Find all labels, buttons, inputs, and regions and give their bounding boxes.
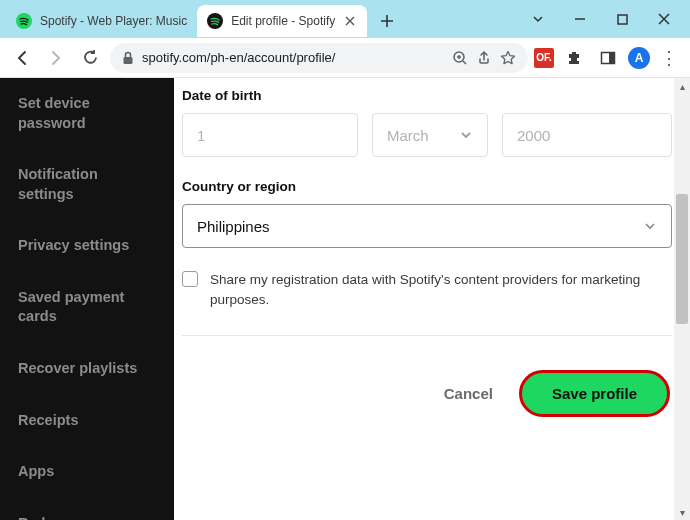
profile-form: Date of birth 1 March 2000 Country or re… bbox=[174, 78, 690, 520]
dob-day-input[interactable]: 1 bbox=[182, 113, 358, 157]
share-data-checkbox[interactable] bbox=[182, 271, 198, 287]
chevron-down-icon[interactable] bbox=[526, 13, 550, 25]
new-tab-button[interactable] bbox=[373, 7, 401, 35]
sidebar-item-privacy-settings[interactable]: Privacy settings bbox=[0, 220, 174, 272]
window-controls bbox=[512, 0, 690, 38]
lock-icon bbox=[122, 51, 134, 65]
account-sidebar: Set device password Notification setting… bbox=[0, 78, 174, 520]
dob-day-placeholder: 1 bbox=[197, 127, 205, 144]
sidebar-item-saved-payment-cards[interactable]: Saved payment cards bbox=[0, 272, 174, 343]
menu-button[interactable]: ⋮ bbox=[656, 47, 682, 69]
tab-spotify-player[interactable]: Spotify - Web Player: Music bbox=[6, 5, 197, 37]
tab-title: Spotify - Web Player: Music bbox=[40, 14, 187, 28]
chevron-down-icon bbox=[643, 219, 657, 233]
spotify-icon bbox=[207, 13, 223, 29]
dob-year-placeholder: 2000 bbox=[517, 127, 550, 144]
share-icon[interactable] bbox=[476, 50, 492, 66]
window-titlebar: Spotify - Web Player: Music Edit profile… bbox=[0, 0, 690, 38]
country-select[interactable]: Philippines bbox=[182, 204, 672, 248]
chevron-down-icon bbox=[459, 128, 473, 142]
svg-rect-2 bbox=[618, 15, 627, 24]
scroll-up-icon[interactable]: ▴ bbox=[674, 78, 690, 94]
share-data-row: Share my registration data with Spotify'… bbox=[182, 270, 672, 336]
country-label: Country or region bbox=[182, 179, 672, 194]
sidebar-item-redeem[interactable]: Redeem bbox=[0, 498, 174, 520]
extension-badge[interactable]: OF. bbox=[534, 48, 554, 68]
tab-strip: Spotify - Web Player: Music Edit profile… bbox=[0, 0, 512, 38]
zoom-icon[interactable] bbox=[452, 50, 468, 66]
dob-fields: 1 March 2000 bbox=[182, 113, 672, 157]
page-content: Set device password Notification setting… bbox=[0, 78, 690, 520]
sidepanel-icon[interactable] bbox=[594, 44, 622, 72]
save-profile-button[interactable]: Save profile bbox=[519, 370, 670, 417]
back-button[interactable] bbox=[8, 44, 36, 72]
minimize-button[interactable] bbox=[568, 13, 592, 25]
star-icon[interactable] bbox=[500, 50, 516, 66]
country-value: Philippines bbox=[197, 218, 270, 235]
dob-year-input[interactable]: 2000 bbox=[502, 113, 672, 157]
svg-rect-6 bbox=[609, 52, 615, 63]
sidebar-item-receipts[interactable]: Receipts bbox=[0, 395, 174, 447]
cancel-button[interactable]: Cancel bbox=[444, 385, 493, 402]
extensions-icon[interactable] bbox=[560, 44, 588, 72]
spotify-icon bbox=[16, 13, 32, 29]
sidebar-item-apps[interactable]: Apps bbox=[0, 446, 174, 498]
scrollbar-vertical[interactable]: ▴ ▾ bbox=[674, 78, 690, 520]
sidebar-item-set-device-password[interactable]: Set device password bbox=[0, 78, 174, 149]
svg-rect-3 bbox=[124, 57, 133, 64]
browser-toolbar: spotify.com/ph-en/account/profile/ OF. A… bbox=[0, 38, 690, 78]
sidebar-item-notification-settings[interactable]: Notification settings bbox=[0, 149, 174, 220]
dob-label: Date of birth bbox=[182, 88, 672, 103]
sidebar-item-recover-playlists[interactable]: Recover playlists bbox=[0, 343, 174, 395]
scroll-thumb[interactable] bbox=[676, 194, 688, 324]
maximize-button[interactable] bbox=[610, 14, 634, 25]
url-text: spotify.com/ph-en/account/profile/ bbox=[142, 50, 444, 65]
form-actions: Cancel Save profile bbox=[182, 370, 672, 417]
reload-button[interactable] bbox=[76, 44, 104, 72]
scroll-track[interactable] bbox=[674, 94, 690, 504]
tab-edit-profile[interactable]: Edit profile - Spotify bbox=[197, 5, 367, 37]
close-window-button[interactable] bbox=[652, 13, 676, 25]
address-bar[interactable]: spotify.com/ph-en/account/profile/ bbox=[110, 43, 528, 73]
scroll-down-icon[interactable]: ▾ bbox=[674, 504, 690, 520]
close-icon[interactable] bbox=[343, 14, 357, 28]
profile-avatar[interactable]: A bbox=[628, 47, 650, 69]
share-data-label: Share my registration data with Spotify'… bbox=[210, 270, 672, 309]
dob-month-placeholder: March bbox=[387, 127, 429, 144]
tab-title: Edit profile - Spotify bbox=[231, 14, 335, 28]
dob-month-select[interactable]: March bbox=[372, 113, 488, 157]
forward-button[interactable] bbox=[42, 44, 70, 72]
